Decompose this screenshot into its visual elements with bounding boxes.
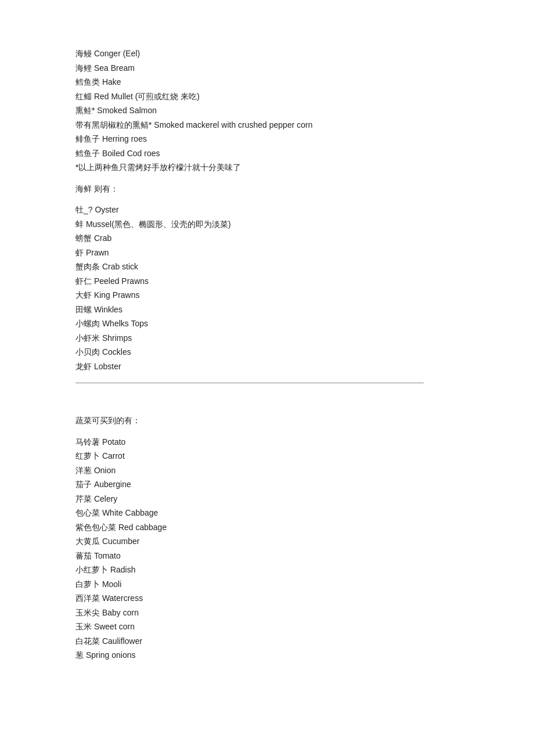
list-item: 小螺肉 Whelks Tops bbox=[75, 316, 459, 331]
list-item: 包心菜 White Cabbage bbox=[75, 506, 459, 520]
list-item: 螃蟹 Crab bbox=[75, 231, 459, 246]
list-item: 葱 Spring onions bbox=[75, 648, 459, 663]
list-item: 蟹肉条 Crab stick bbox=[75, 260, 459, 274]
list-item: 小贝肉 Cockles bbox=[75, 345, 459, 359]
list-item: 熏鲑* Smoked Salmon bbox=[75, 103, 459, 118]
list-item: 牡_? Oyster bbox=[75, 203, 459, 217]
list-item: 红萝卜 Carrot bbox=[75, 449, 459, 463]
vegetable-list: 马铃薯 Potato红萝卜 Carrot洋葱 Onion茄子 Aubergine… bbox=[75, 435, 459, 663]
section-heading: 蔬菜可买到的有： bbox=[75, 413, 459, 428]
seafood-list: 牡_? Oyster蚌 Mussel(黑色、椭圆形、没壳的即为淡菜)螃蟹 Cra… bbox=[75, 203, 459, 373]
list-item: 田螺 Winkles bbox=[75, 303, 459, 317]
list-item: 虾仁 Peeled Prawns bbox=[75, 274, 459, 289]
list-item: 西洋菜 Watercress bbox=[75, 591, 459, 606]
list-item: 白花菜 Cauliflower bbox=[75, 634, 459, 649]
list-item: 茄子 Aubergine bbox=[75, 477, 459, 492]
list-item: 小虾米 Shrimps bbox=[75, 331, 459, 345]
list-item: 玉米 Sweet corn bbox=[75, 620, 459, 634]
list-item: 小红萝卜 Radish bbox=[75, 563, 459, 577]
list-item: 洋葱 Onion bbox=[75, 463, 459, 478]
seafood-label: 海鲜 则有： bbox=[75, 182, 459, 196]
list-item: 芹菜 Celery bbox=[75, 492, 459, 506]
list-item: 白萝卜 Mooli bbox=[75, 577, 459, 592]
list-item: 鲱鱼子 Herring roes bbox=[75, 132, 459, 146]
list-item: 马铃薯 Potato bbox=[75, 435, 459, 449]
fish-list: 海鳗 Conger (Eel)海鲤 Sea Bream鳕鱼类 Hake红鲻 Re… bbox=[75, 46, 459, 175]
list-item: 带有黑胡椒粒的熏鲭* Smoked mackerel with crushed … bbox=[75, 118, 459, 132]
list-item: 海鳗 Conger (Eel) bbox=[75, 46, 459, 61]
section-divider bbox=[75, 383, 424, 383]
list-item: 蚌 Mussel(黑色、椭圆形、没壳的即为淡菜) bbox=[75, 217, 459, 232]
list-item: 虾 Prawn bbox=[75, 246, 459, 260]
vegetable-label: 蔬菜可买到的有： bbox=[75, 413, 459, 428]
list-item: 蕃茄 Tomato bbox=[75, 549, 459, 563]
list-item: 海鲤 Sea Bream bbox=[75, 61, 459, 75]
list-item: 鳕鱼类 Hake bbox=[75, 75, 459, 89]
list-item: 玉米尖 Baby corn bbox=[75, 606, 459, 620]
list-item: 紫色包心菜 Red cabbage bbox=[75, 520, 459, 535]
section-heading: 海鲜 则有： bbox=[75, 182, 459, 196]
list-item: 龙虾 Lobster bbox=[75, 359, 459, 374]
list-item: 大虾 King Prawns bbox=[75, 288, 459, 303]
list-item: *以上两种鱼只需烤好手放柠檬汁就十分美味了 bbox=[75, 160, 459, 175]
list-item: 红鲻 Red Mullet (可煎或红烧 来吃) bbox=[75, 89, 459, 104]
list-item: 大黄瓜 Cucumber bbox=[75, 534, 459, 549]
list-item: 鳕鱼子 Boiled Cod roes bbox=[75, 146, 459, 161]
